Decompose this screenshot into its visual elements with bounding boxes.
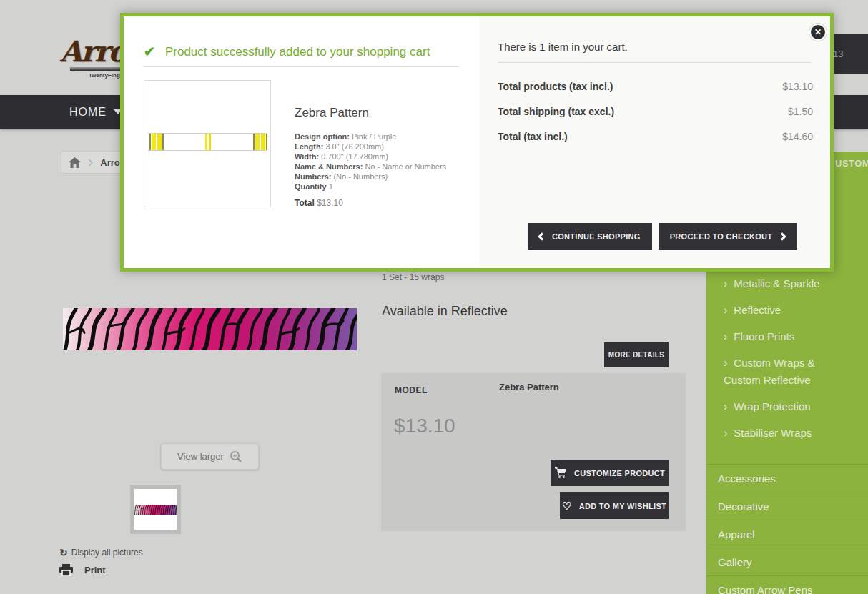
sidebar-item-fluoro-prints[interactable]: ›Fluoro Prints <box>706 328 857 345</box>
chevron-right-icon: › <box>724 400 727 412</box>
site-logo-subtitle: TwentyFing <box>89 72 120 79</box>
sidebar-item-metallic-sparkle[interactable]: ›Metallic & Sparkle <box>706 275 857 292</box>
customize-product-label: CUSTOMIZE PRODUCT <box>574 469 665 477</box>
chevron-right-icon: › <box>724 330 727 342</box>
logo-underline <box>70 67 127 71</box>
view-larger-button[interactable]: View larger <box>161 443 259 470</box>
add-to-wishlist-button[interactable]: ♡ ADD TO MY WISHLIST <box>560 492 669 519</box>
printer-icon <box>59 564 73 576</box>
sidebar-item-custom-arrow-pens[interactable]: Custom Arrow Pens <box>706 575 868 594</box>
detail-numbers: Numbers: (No - Numbers) <box>295 172 466 182</box>
site-logo-text: Arro <box>60 34 124 68</box>
chevron-right-icon: › <box>724 427 727 439</box>
chevron-left-icon <box>538 232 546 240</box>
sidebar-sub-list: ›Metallic & Sparkle ›Reflective ›Fluoro … <box>706 275 868 451</box>
print-label: Print <box>84 565 106 575</box>
chevron-right-icon: › <box>724 277 727 289</box>
proceed-to-checkout-label: PROCEED TO CHECKOUT <box>670 232 773 241</box>
sidebar-item-wrap-protection[interactable]: ›Wrap Protection <box>706 398 857 415</box>
view-larger-label: View larger <box>177 451 224 462</box>
magnifier-icon <box>230 450 242 463</box>
product-main-image[interactable] <box>63 308 357 350</box>
heart-icon: ♡ <box>562 500 572 511</box>
modal-product-panel: ✔ Product successfully added to your sho… <box>124 16 479 268</box>
divider <box>498 62 812 63</box>
detail-width: Width: 0.700" (17.780mm) <box>295 152 466 162</box>
more-details-button[interactable]: MORE DETAILS <box>604 342 669 367</box>
model-price: $13.10 <box>394 415 455 437</box>
sidebar-item-gallery[interactable]: Gallery <box>706 548 868 575</box>
modal-cart-panel: ✕ There is 1 item in your cart. Total pr… <box>479 16 830 268</box>
product-thumb-pattern <box>148 133 267 151</box>
sidebar-item-stabiliser-wraps[interactable]: ›Stabiliser Wraps <box>706 425 857 442</box>
detail-quantity: Quantity 1 <box>295 182 466 192</box>
modal-product-total: Total $13.10 <box>295 198 466 208</box>
model-table: MODEL Zebra Pattern $13.10 CUSTOMIZE PRO… <box>381 373 686 531</box>
success-message: Product successfully added to your shopp… <box>165 45 430 59</box>
available-heading: Available in Reflective <box>382 304 508 319</box>
refresh-icon: ↻ <box>59 547 68 558</box>
sidebar-item-apparel[interactable]: Apparel <box>706 520 868 548</box>
total-shipping-row: Total shipping (tax excl.) $1.50 <box>498 106 813 117</box>
nav-item-home[interactable]: HOME <box>69 95 122 129</box>
breadcrumb-crumb[interactable]: Arro <box>100 157 119 168</box>
detail-design-option: Design option: Pink / Purple <box>295 132 466 142</box>
site-logo[interactable]: Arro TwentyFing <box>60 34 124 84</box>
sidebar-item-custom-wraps[interactable]: ›Custom Wraps & Custom Reflective <box>706 355 857 389</box>
set-info-text: 1 Set - 15 wraps <box>382 272 444 282</box>
sidebar-item-accessories[interactable]: Accessories <box>706 464 868 492</box>
total-row: Total (tax incl.) $14.60 <box>498 131 813 142</box>
product-thumbnail[interactable] <box>130 485 181 534</box>
chevron-right-icon: › <box>724 304 727 316</box>
checkmark-icon: ✔ <box>144 44 155 60</box>
more-details-label: MORE DETAILS <box>608 351 664 359</box>
chevron-right-icon <box>779 232 786 240</box>
breadcrumb-separator-icon: › <box>88 155 93 169</box>
sidebar-item-decorative[interactable]: Decorative <box>706 492 868 520</box>
add-to-wishlist-label: ADD TO MY WISHLIST <box>579 502 666 510</box>
add-to-cart-modal: ✔ Product successfully added to your sho… <box>120 13 834 272</box>
detail-length: Length: 3.0" (76.200mm) <box>295 142 466 152</box>
customize-product-button[interactable]: CUSTOMIZE PRODUCT <box>551 460 669 486</box>
cart-icon <box>555 467 567 478</box>
detail-name-numbers: Name & Numbers: No - Name or Numbers <box>295 162 466 172</box>
total-products-row: Total products (tax incl.) $13.10 <box>498 81 813 92</box>
product-thumbnail-image <box>134 505 177 515</box>
close-icon[interactable]: ✕ <box>809 24 827 41</box>
display-all-pictures-button[interactable]: ↻ Display all pictures <box>59 547 143 558</box>
cart-summary-text: There is 1 item in your cart. <box>498 41 628 53</box>
chevron-right-icon: › <box>724 357 727 369</box>
display-all-label: Display all pictures <box>71 548 143 558</box>
sidebar-header: USTOM <box>835 158 868 169</box>
sidebar-item-reflective[interactable]: ›Reflective <box>706 302 857 319</box>
proceed-to-checkout-button[interactable]: PROCEED TO CHECKOUT <box>659 223 797 250</box>
modal-product-image <box>144 80 271 207</box>
sidebar-main-list: Accessories Decorative Apparel Gallery C… <box>706 464 868 594</box>
model-product-name[interactable]: Zebra Pattern <box>499 382 559 392</box>
modal-product-title: Zebra Pattern <box>295 106 466 120</box>
home-icon[interactable] <box>69 157 81 168</box>
continue-shopping-button[interactable]: CONTINUE SHOPPING <box>528 223 652 250</box>
print-button[interactable]: Print <box>59 564 106 576</box>
nav-home-label: HOME <box>69 106 107 119</box>
model-column-header: MODEL <box>395 385 428 395</box>
continue-shopping-label: CONTINUE SHOPPING <box>552 232 641 241</box>
divider <box>144 66 459 67</box>
